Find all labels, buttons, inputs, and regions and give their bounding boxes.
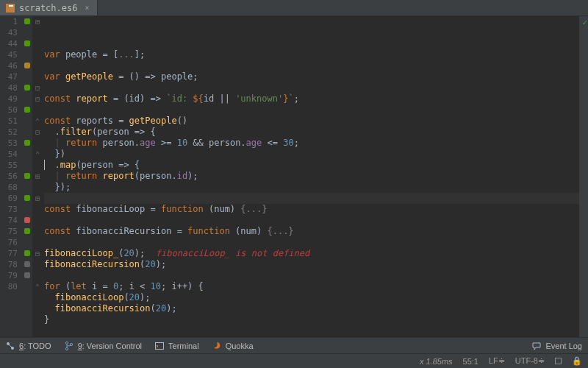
code-line[interactable]: | return report(person.id);	[44, 171, 579, 182]
code-line[interactable]: fibonacciRecursion(20);	[44, 259, 579, 270]
line-number: 74	[0, 215, 18, 226]
fold-empty	[32, 237, 43, 248]
line-number: 46	[0, 60, 18, 71]
line-number: 1	[0, 16, 18, 27]
line-number: 45	[0, 49, 18, 60]
tool-quokka-label: Quokka	[226, 342, 254, 350]
text-caret	[44, 160, 45, 170]
coverage-marker-green	[24, 250, 30, 256]
coverage-marker-orange	[24, 63, 30, 68]
code-line[interactable]: | return person.age >= 10 && person.age …	[44, 138, 579, 149]
inspection-indicator-icon[interactable]	[555, 358, 562, 364]
status-encoding[interactable]: UTF-8≑	[515, 356, 545, 366]
code-line[interactable]: const fibonacciLoop = function (num) {..…	[44, 204, 579, 215]
line-number-gutter: 1434445464748495051525354555668697374757…	[0, 16, 22, 337]
coverage-marker-empty	[24, 182, 30, 193]
code-area[interactable]: var people = [...];var getPeople = () =>…	[43, 16, 579, 337]
fold-toggle-icon[interactable]: ⊞	[32, 193, 43, 204]
fold-empty	[32, 160, 43, 171]
coverage-marker-empty	[24, 71, 30, 82]
coverage-marker-empty	[24, 27, 30, 38]
code-line[interactable]: .map(person => {	[44, 160, 579, 171]
code-line[interactable]: fibonacciRecursion(20);	[44, 303, 579, 314]
js-file-icon	[6, 4, 15, 13]
fold-toggle-icon[interactable]: ⊟	[32, 248, 43, 259]
tool-quokka[interactable]: Quokka	[212, 342, 254, 350]
coverage-marker-green	[24, 107, 30, 113]
fold-toggle-icon[interactable]: ⊟	[32, 82, 43, 93]
fold-toggle-icon[interactable]: ⊞	[32, 171, 43, 182]
code-line[interactable]	[44, 82, 579, 93]
line-number: 80	[0, 281, 18, 292]
status-line-separator[interactable]: LF≑	[489, 356, 505, 366]
code-line[interactable]: for (let i = 0; i < 10; i++) {	[44, 281, 579, 292]
code-line[interactable]	[44, 105, 579, 116]
fold-gutter: ⊞⊟⊟⌃⊟⌃⊞⊞⊟⌃	[32, 16, 43, 337]
tool-terminal[interactable]: Terminal	[155, 342, 199, 350]
line-number: 47	[0, 71, 18, 82]
code-line[interactable]: var people = [...];	[44, 49, 579, 60]
line-number: 52	[0, 127, 18, 138]
tool-eventlog[interactable]: Event Log	[532, 342, 582, 350]
tool-vcs-label: : Version Control	[82, 342, 142, 350]
code-line[interactable]: fibonacciLoop_(20); fibonacciLoop_ is no…	[44, 248, 579, 259]
code-line[interactable]	[44, 270, 579, 281]
code-line[interactable]: const fibonacciRecursion = function (num…	[44, 226, 579, 237]
code-line[interactable]	[44, 215, 579, 226]
fold-toggle-icon[interactable]: ⌃	[32, 149, 43, 160]
coverage-marker-empty	[24, 93, 30, 105]
coverage-marker-empty	[24, 204, 30, 215]
fold-empty	[32, 270, 43, 281]
coverage-marker-empty	[24, 49, 30, 60]
code-line[interactable]: const reports = getPeople()	[44, 116, 579, 127]
line-number: 51	[0, 116, 18, 127]
status-bar: x 1.85ms 55:1 LF≑ UTF-8≑ 🔒	[0, 353, 588, 368]
line-number: 56	[0, 171, 18, 182]
fold-empty	[32, 215, 43, 226]
line-number: 79	[0, 270, 18, 281]
fold-empty	[32, 204, 43, 215]
code-line[interactable]: });	[44, 182, 579, 193]
coverage-marker-empty	[24, 160, 30, 171]
tool-vcs[interactable]: 9: Version Control	[65, 342, 142, 350]
fold-toggle-icon[interactable]: ⊟	[32, 127, 43, 138]
code-line[interactable]	[44, 193, 579, 204]
code-line[interactable]	[44, 60, 579, 71]
code-line[interactable]: var getPeople = () => people;	[44, 71, 579, 82]
overview-ruler[interactable]: ✓	[579, 16, 588, 337]
code-line[interactable]: }	[44, 314, 579, 325]
status-timing: x 1.85ms	[420, 357, 453, 366]
status-caret-position[interactable]: 55:1	[463, 357, 478, 366]
todo-icon	[6, 342, 15, 350]
fold-empty	[32, 226, 43, 237]
svg-rect-1	[9, 5, 13, 7]
close-icon[interactable]: ×	[85, 4, 89, 12]
fold-empty	[32, 182, 43, 193]
coverage-marker-empty	[24, 116, 30, 127]
line-number: 48	[0, 82, 18, 93]
line-number: 69	[0, 193, 18, 204]
fold-toggle-icon[interactable]: ⌃	[32, 116, 43, 127]
readonly-lock-icon[interactable]: 🔒	[572, 356, 582, 366]
code-line[interactable]: .filter(person => {	[44, 127, 579, 138]
fold-toggle-icon[interactable]: ⊞	[32, 16, 43, 27]
line-number: 49	[0, 93, 18, 105]
line-number: 43	[0, 27, 18, 38]
fold-empty	[32, 105, 43, 116]
fold-toggle-icon[interactable]: ⌃	[32, 281, 43, 292]
coverage-marker-empty	[24, 149, 30, 160]
fold-toggle-icon[interactable]: ⊟	[32, 93, 43, 105]
code-line[interactable]	[44, 237, 579, 248]
speech-bubble-icon	[532, 342, 541, 350]
code-line[interactable]: })	[44, 149, 579, 160]
code-line[interactable]: fibonacciLoop(20);	[44, 292, 579, 303]
code-editor[interactable]: 1434445464748495051525354555668697374757…	[0, 16, 588, 337]
inspection-ok-icon: ✓	[582, 18, 587, 27]
quokka-icon	[212, 342, 221, 350]
terminal-icon	[155, 342, 164, 350]
coverage-marker-empty	[24, 237, 30, 248]
fold-empty	[32, 38, 43, 49]
file-tab[interactable]: scratch.es6 ×	[0, 0, 98, 15]
tool-todo[interactable]: 6: TODO	[6, 342, 51, 350]
code-line[interactable]: const report = (id) => `id: ${id || 'unk…	[44, 93, 579, 105]
